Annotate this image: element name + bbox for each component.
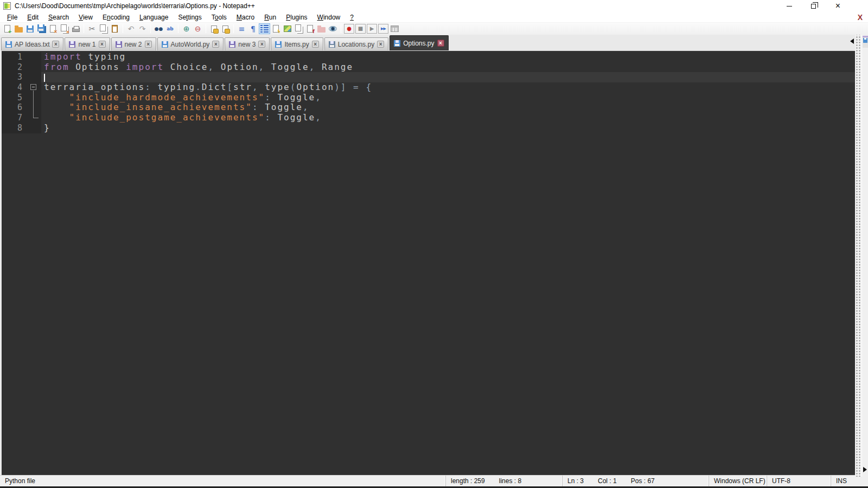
function-list-icon[interactable]: f [304,23,316,34]
menu-item-encoding[interactable]: Encoding [98,12,135,22]
show-all-characters-icon[interactable]: ¶ [247,23,259,34]
menu-item-language[interactable]: Language [135,12,173,22]
tab-label: Options.py [403,40,434,47]
code-line-6[interactable]: 6 "include_insane_achievements": Toggle, [2,102,858,113]
redo-icon[interactable]: ↷ [137,23,148,34]
tab-close-icon[interactable]: × [52,41,59,48]
undo-icon[interactable]: ↶ [125,23,137,34]
paste-icon[interactable] [109,23,120,34]
menu-item-search[interactable]: Search [43,12,74,22]
code-line-4[interactable]: 4terraria_options: typing.Dict[str, type… [2,82,858,93]
menu-item-settings[interactable]: Settings [173,12,206,22]
menu-item-[interactable]: ? [345,12,359,22]
copy-icon[interactable] [98,23,109,34]
macro-stop-icon: ■ [355,24,366,34]
sync-horizontal-scroll-icon[interactable] [220,23,231,34]
macro-stop-icon[interactable]: ■ [355,23,366,34]
view-splitter-handle[interactable] [855,35,861,477]
tab-save-state-floppy-icon [69,41,75,48]
minimize-button[interactable] [777,0,801,12]
tab-close-icon[interactable]: × [377,41,384,48]
monitoring-eye-icon [329,26,337,31]
close-all-docs-icon[interactable]: × [59,23,70,34]
status-encoding[interactable]: UTF-8 [767,476,831,486]
sync-vertical-scroll-icon[interactable] [208,23,220,34]
macro-play-icon[interactable]: ▶ [366,23,378,34]
tab-new-1[interactable]: new 1× [65,37,110,50]
document-map-icon[interactable] [282,23,293,34]
menu-item-plugins[interactable]: Plugins [281,12,312,22]
zoom-in-icon[interactable]: ⊕ [181,23,192,34]
tab-close-icon[interactable]: × [145,41,152,48]
tab-options-py[interactable]: Options.py× [390,35,448,50]
code-line-3[interactable]: 3 [2,72,858,82]
macro-record-icon[interactable]: ● [343,23,355,34]
menu-item-run[interactable]: Run [259,12,281,22]
line-number: 1 [2,52,27,62]
code-line-1[interactable]: 1import typing [2,52,858,62]
folder-as-workspace-icon[interactable] [316,23,327,34]
status-insert-mode[interactable]: INS [831,476,868,486]
save-icon[interactable] [24,23,36,34]
second-view-floppy-icon [863,38,867,43]
close-doc-icon[interactable]: × [47,23,59,34]
zoom-out-icon[interactable]: ⊖ [192,23,203,34]
find-icon: ●● [155,25,163,33]
new-file-icon[interactable]: + [2,23,13,34]
word-wrap-icon[interactable]: ≡ [236,23,247,34]
macro-save-icon[interactable] [389,23,400,34]
tab-close-icon[interactable]: × [99,41,106,48]
menu-close-document-icon[interactable]: X [856,12,865,22]
macro-run-multiple-icon[interactable]: ▶▶ [378,23,389,34]
close-doc-icon: × [50,25,56,33]
doc-switcher-icon[interactable] [293,23,304,34]
tab-autoworld-py[interactable]: AutoWorld.py× [157,37,224,50]
notepad-plus-plus-window: C:\Users\Dood\Documents\tmp\Archipelago\… [0,0,868,488]
tab-label: new 1 [78,41,95,48]
tab-locations-py[interactable]: Locations.py× [324,37,388,50]
close-all-docs-icon-badge: × [66,30,69,35]
code-line-8[interactable]: 8} [2,123,858,133]
menu-item-file[interactable]: File [2,12,22,22]
code-editor[interactable]: 1import typing2from Options import Choic… [2,51,858,475]
menu-item-window[interactable]: Window [312,12,346,22]
collapsed-second-view[interactable] [861,35,868,477]
tab-items-py[interactable]: Items.py× [271,37,323,50]
tab-close-icon[interactable]: × [212,41,219,48]
line-number: 4 [2,82,27,93]
new-file-icon-badge: + [8,29,12,34]
restore-button[interactable] [801,0,826,12]
restore-icon [811,4,816,9]
tab-close-icon[interactable]: × [437,40,444,47]
print-icon[interactable] [70,23,81,34]
open-file-icon[interactable] [13,23,24,34]
menu-item-macro[interactable]: Macro [232,12,259,22]
code-line-7[interactable]: 7 "include_postgame_achievements": Toggl… [2,113,858,123]
tab-close-icon[interactable]: × [312,41,319,48]
tab-scroll-left-icon[interactable] [850,38,854,44]
replace-icon[interactable]: ab [164,23,176,34]
code-line-5[interactable]: 5 "include_hardmode_achievements": Toggl… [2,93,858,103]
tab-new-3[interactable]: new 3× [225,37,270,50]
tab-bar: AP Ideas.txt×new 1×new 2×AutoWorld.py×ne… [0,35,868,50]
tab-close-icon[interactable]: × [258,41,265,48]
monitoring-eye-icon[interactable] [327,23,339,34]
tab-ap-ideas-txt[interactable]: AP Ideas.txt× [1,37,63,50]
fold-margin [27,113,41,123]
menu-item-view[interactable]: View [74,12,98,22]
find-icon[interactable]: ●● [153,23,164,34]
plugin-lightning-icon[interactable]: ϟ [270,23,282,34]
fold-collapse-icon[interactable] [27,82,41,93]
menu-item-edit[interactable]: Edit [22,12,43,22]
menu-item-tools[interactable]: Tools [207,12,232,22]
tab-new-2[interactable]: new 2× [111,37,156,50]
paste-icon [112,25,118,33]
close-button[interactable]: × [826,0,850,12]
code-line-2[interactable]: 2from Options import Choice, Option, Tog… [2,62,858,73]
save-all-icon[interactable] [36,23,47,34]
scroll-right-icon[interactable] [863,467,867,472]
show-indent-guide-icon[interactable] [259,23,270,34]
status-eol-format[interactable]: Windows (CR LF) [709,476,767,486]
fold-margin [27,93,41,103]
cut-icon[interactable]: ✂ [86,23,98,34]
